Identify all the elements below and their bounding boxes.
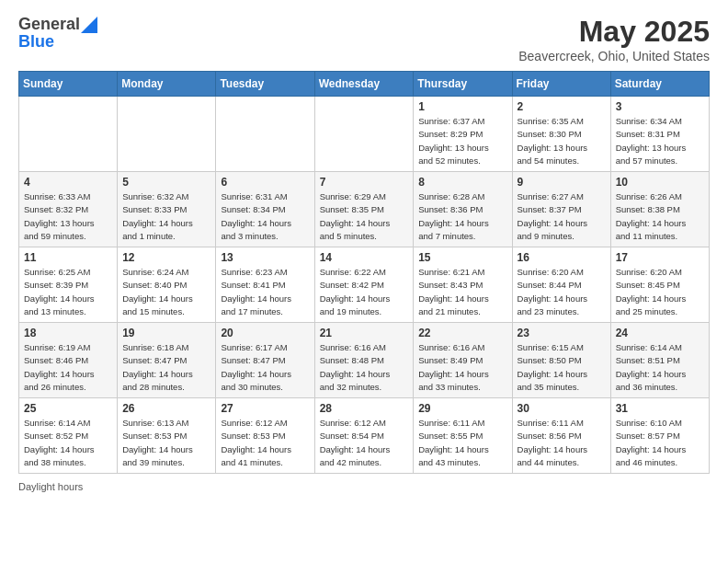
day-info: Sunrise: 6:16 AM Sunset: 8:49 PM Dayligh… [418, 341, 506, 394]
calendar-cell: 14Sunrise: 6:22 AM Sunset: 8:42 PM Dayli… [314, 247, 414, 323]
day-number: 16 [518, 251, 606, 264]
calendar-cell: 8Sunrise: 6:28 AM Sunset: 8:36 PM Daylig… [414, 172, 512, 247]
title-block: May 2025 Beavercreek, Ohio, United State… [518, 15, 710, 63]
day-number: 15 [418, 251, 506, 264]
calendar-cell: 31Sunrise: 6:10 AM Sunset: 8:57 PM Dayli… [610, 398, 709, 474]
day-info: Sunrise: 6:29 AM Sunset: 8:35 PM Dayligh… [320, 190, 409, 243]
day-info: Sunrise: 6:28 AM Sunset: 8:36 PM Dayligh… [418, 190, 506, 243]
calendar-cell: 6Sunrise: 6:31 AM Sunset: 8:34 PM Daylig… [216, 172, 314, 247]
calendar-day-header: Saturday [610, 72, 709, 97]
calendar-day-header: Friday [512, 72, 610, 97]
calendar-day-header: Monday [118, 72, 216, 97]
day-info: Sunrise: 6:37 AM Sunset: 8:29 PM Dayligh… [418, 115, 506, 167]
day-info: Sunrise: 6:11 AM Sunset: 8:56 PM Dayligh… [518, 417, 606, 469]
calendar-cell: 19Sunrise: 6:18 AM Sunset: 8:47 PM Dayli… [118, 323, 216, 398]
day-number: 2 [518, 100, 606, 113]
calendar-table: SundayMondayTuesdayWednesdayThursdayFrid… [18, 71, 710, 474]
calendar-cell [314, 97, 414, 172]
day-number: 23 [518, 327, 606, 339]
calendar-cell: 26Sunrise: 6:13 AM Sunset: 8:53 PM Dayli… [118, 398, 216, 474]
day-number: 6 [221, 176, 309, 189]
calendar-cell: 21Sunrise: 6:16 AM Sunset: 8:48 PM Dayli… [314, 323, 414, 398]
day-number: 27 [221, 402, 309, 415]
day-number: 28 [320, 402, 409, 415]
day-number: 19 [122, 327, 210, 339]
day-number: 1 [418, 100, 506, 113]
day-info: Sunrise: 6:19 AM Sunset: 8:46 PM Dayligh… [24, 341, 112, 394]
calendar-cell: 2Sunrise: 6:35 AM Sunset: 8:30 PM Daylig… [512, 97, 610, 172]
calendar-cell [118, 97, 216, 172]
day-info: Sunrise: 6:27 AM Sunset: 8:37 PM Dayligh… [518, 190, 606, 243]
day-number: 17 [616, 251, 704, 264]
day-number: 26 [122, 402, 210, 415]
calendar-cell: 3Sunrise: 6:34 AM Sunset: 8:31 PM Daylig… [610, 97, 709, 172]
calendar-day-header: Tuesday [216, 72, 314, 97]
calendar-cell: 20Sunrise: 6:17 AM Sunset: 8:47 PM Dayli… [216, 323, 314, 398]
calendar-week-row: 4Sunrise: 6:33 AM Sunset: 8:32 PM Daylig… [19, 172, 710, 247]
calendar-cell: 23Sunrise: 6:15 AM Sunset: 8:50 PM Dayli… [512, 323, 610, 398]
calendar-cell: 5Sunrise: 6:32 AM Sunset: 8:33 PM Daylig… [118, 172, 216, 247]
day-info: Sunrise: 6:11 AM Sunset: 8:55 PM Dayligh… [418, 417, 506, 469]
day-number: 4 [24, 176, 112, 189]
day-number: 22 [418, 327, 506, 339]
day-number: 8 [418, 176, 506, 189]
daylight-label: Daylight hours [18, 481, 83, 492]
calendar-day-header: Sunday [19, 72, 118, 97]
day-number: 24 [616, 327, 704, 339]
calendar-cell: 24Sunrise: 6:14 AM Sunset: 8:51 PM Dayli… [610, 323, 709, 398]
calendar-day-header: Thursday [414, 72, 512, 97]
calendar-cell [19, 97, 118, 172]
day-number: 11 [24, 251, 112, 264]
day-number: 3 [616, 100, 704, 113]
day-number: 30 [518, 402, 606, 415]
day-info: Sunrise: 6:12 AM Sunset: 8:54 PM Dayligh… [320, 417, 409, 469]
day-info: Sunrise: 6:33 AM Sunset: 8:32 PM Dayligh… [24, 190, 112, 243]
calendar-cell: 29Sunrise: 6:11 AM Sunset: 8:55 PM Dayli… [414, 398, 512, 474]
day-info: Sunrise: 6:14 AM Sunset: 8:52 PM Dayligh… [24, 417, 112, 469]
svg-marker-0 [81, 17, 97, 33]
day-info: Sunrise: 6:15 AM Sunset: 8:50 PM Dayligh… [518, 341, 606, 394]
day-info: Sunrise: 6:13 AM Sunset: 8:53 PM Dayligh… [122, 417, 210, 469]
day-info: Sunrise: 6:32 AM Sunset: 8:33 PM Dayligh… [122, 190, 210, 243]
calendar-cell: 1Sunrise: 6:37 AM Sunset: 8:29 PM Daylig… [414, 97, 512, 172]
calendar-cell: 4Sunrise: 6:33 AM Sunset: 8:32 PM Daylig… [19, 172, 118, 247]
day-info: Sunrise: 6:21 AM Sunset: 8:43 PM Dayligh… [418, 266, 506, 318]
logo-blue-text: Blue [18, 32, 54, 52]
day-info: Sunrise: 6:16 AM Sunset: 8:48 PM Dayligh… [320, 341, 409, 394]
logo: General Blue [18, 15, 97, 52]
logo-general-text: General [18, 15, 80, 34]
calendar-cell: 13Sunrise: 6:23 AM Sunset: 8:41 PM Dayli… [216, 247, 314, 323]
day-info: Sunrise: 6:23 AM Sunset: 8:41 PM Dayligh… [221, 266, 309, 318]
day-info: Sunrise: 6:12 AM Sunset: 8:53 PM Dayligh… [221, 417, 309, 469]
day-number: 21 [320, 327, 409, 339]
calendar-cell: 15Sunrise: 6:21 AM Sunset: 8:43 PM Dayli… [414, 247, 512, 323]
day-info: Sunrise: 6:17 AM Sunset: 8:47 PM Dayligh… [221, 341, 309, 394]
calendar-cell: 10Sunrise: 6:26 AM Sunset: 8:38 PM Dayli… [610, 172, 709, 247]
day-number: 13 [221, 251, 309, 264]
day-number: 12 [122, 251, 210, 264]
calendar-cell: 18Sunrise: 6:19 AM Sunset: 8:46 PM Dayli… [19, 323, 118, 398]
location-text: Beavercreek, Ohio, United States [518, 49, 710, 63]
calendar-cell [216, 97, 314, 172]
calendar-cell: 28Sunrise: 6:12 AM Sunset: 8:54 PM Dayli… [314, 398, 414, 474]
day-info: Sunrise: 6:14 AM Sunset: 8:51 PM Dayligh… [616, 341, 704, 394]
calendar-week-row: 18Sunrise: 6:19 AM Sunset: 8:46 PM Dayli… [19, 323, 710, 398]
day-number: 14 [320, 251, 409, 264]
calendar-cell: 27Sunrise: 6:12 AM Sunset: 8:53 PM Dayli… [216, 398, 314, 474]
calendar-week-row: 11Sunrise: 6:25 AM Sunset: 8:39 PM Dayli… [19, 247, 710, 323]
day-info: Sunrise: 6:10 AM Sunset: 8:57 PM Dayligh… [616, 417, 704, 469]
day-number: 7 [320, 176, 409, 189]
calendar-week-row: 25Sunrise: 6:14 AM Sunset: 8:52 PM Dayli… [19, 398, 710, 474]
calendar-cell: 17Sunrise: 6:20 AM Sunset: 8:45 PM Dayli… [610, 247, 709, 323]
day-number: 18 [24, 327, 112, 339]
day-info: Sunrise: 6:25 AM Sunset: 8:39 PM Dayligh… [24, 266, 112, 318]
calendar-cell: 25Sunrise: 6:14 AM Sunset: 8:52 PM Dayli… [19, 398, 118, 474]
page-header: General Blue May 2025 Beavercreek, Ohio,… [18, 15, 710, 63]
calendar-cell: 11Sunrise: 6:25 AM Sunset: 8:39 PM Dayli… [19, 247, 118, 323]
calendar-cell: 30Sunrise: 6:11 AM Sunset: 8:56 PM Dayli… [512, 398, 610, 474]
day-info: Sunrise: 6:22 AM Sunset: 8:42 PM Dayligh… [320, 266, 409, 318]
day-info: Sunrise: 6:24 AM Sunset: 8:40 PM Dayligh… [122, 266, 210, 318]
day-info: Sunrise: 6:34 AM Sunset: 8:31 PM Dayligh… [616, 115, 704, 167]
day-number: 9 [518, 176, 606, 189]
day-number: 25 [24, 402, 112, 415]
